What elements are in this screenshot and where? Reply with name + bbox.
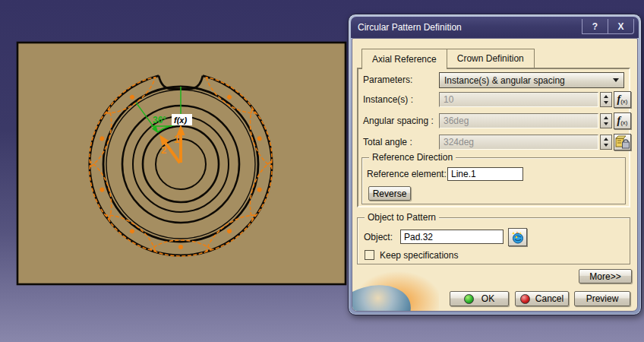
dialog-body: Axial Reference Crown Definition Paramet… bbox=[352, 38, 638, 312]
viewport-3d[interactable]: 36° f(x) 1 2 bbox=[0, 0, 349, 342]
dialog-titlebar[interactable]: Circular Pattern Definition ? X bbox=[351, 17, 639, 38]
instances-label: Instance(s) : bbox=[363, 94, 413, 105]
tab-crown-definition[interactable]: Crown Definition bbox=[447, 49, 535, 68]
reference-direction-title: Reference Direction bbox=[369, 152, 456, 163]
keep-specifications-checkbox[interactable] bbox=[365, 250, 374, 260]
catia-workspace: 36° f(x) 1 2 Circular Pattern Definition… bbox=[0, 0, 644, 342]
reference-element-label: Reference element: bbox=[367, 169, 447, 179]
instances-spinner[interactable] bbox=[600, 92, 612, 107]
dropdown-arrow-icon bbox=[613, 78, 619, 82]
select-object-icon bbox=[511, 231, 524, 244]
circular-pattern-dialog: Circular Pattern Definition ? X Axial Re… bbox=[348, 14, 642, 315]
object-to-pattern-group: Object to Pattern Object: Keep specifica… bbox=[357, 217, 630, 264]
total-angle-spinner[interactable] bbox=[600, 135, 612, 150]
reverse-button[interactable]: Reverse bbox=[368, 186, 411, 201]
select-object-button[interactable] bbox=[508, 228, 527, 246]
measure-lock-button[interactable] bbox=[614, 134, 631, 150]
arrow-1-label: 1 bbox=[174, 133, 180, 145]
angular-spacing-field[interactable] bbox=[439, 113, 598, 128]
help-button[interactable]: ? bbox=[582, 19, 608, 34]
object-to-pattern-title: Object to Pattern bbox=[365, 212, 439, 223]
formula-badge[interactable]: f(x) bbox=[172, 114, 192, 125]
keep-specifications-label: Keep specifications bbox=[380, 250, 458, 261]
arrow-2-label: 2 bbox=[161, 144, 166, 156]
parameters-label: Parameters: bbox=[363, 74, 412, 85]
more-button[interactable]: More>> bbox=[579, 269, 632, 283]
angular-spacing-formula-button[interactable]: f(x) bbox=[614, 112, 631, 129]
close-button[interactable]: X bbox=[608, 19, 634, 34]
cancel-icon bbox=[520, 294, 530, 304]
axial-reference-panel: Parameters: Instance(s) & angular spacin… bbox=[357, 68, 630, 207]
ok-button[interactable]: OK bbox=[450, 291, 509, 306]
instances-formula-button[interactable]: f(x) bbox=[614, 91, 631, 108]
angular-spacing-label: Angular spacing : bbox=[363, 116, 434, 126]
angular-spacing-spinner[interactable] bbox=[600, 113, 612, 128]
titlebar-buttons: ? X bbox=[582, 19, 634, 34]
reference-direction-group: Reference Direction Reference element: R… bbox=[361, 157, 626, 204]
svg-text:f(x): f(x) bbox=[174, 116, 187, 125]
total-angle-label: Total angle : bbox=[363, 137, 412, 147]
parameters-dropdown[interactable]: Instance(s) & angular spacing bbox=[439, 72, 624, 88]
object-label: Object: bbox=[364, 232, 393, 242]
tab-axial-reference[interactable]: Axial Reference bbox=[361, 49, 447, 69]
total-angle-field[interactable] bbox=[439, 135, 598, 150]
measure-lock-icon bbox=[615, 135, 630, 149]
parameters-value: Instance(s) & angular spacing bbox=[444, 75, 565, 86]
tab-bar: Axial Reference Crown Definition bbox=[361, 49, 535, 68]
angle-value-label[interactable]: 36° bbox=[153, 115, 166, 125]
ok-icon bbox=[464, 294, 474, 304]
preview-button[interactable]: Preview bbox=[574, 291, 630, 306]
cancel-button[interactable]: Cancel bbox=[515, 291, 569, 306]
object-input[interactable] bbox=[400, 230, 504, 244]
dialog-title: Circular Pattern Definition bbox=[358, 22, 462, 33]
reference-element-input[interactable] bbox=[447, 167, 523, 181]
instances-field[interactable] bbox=[439, 92, 598, 107]
